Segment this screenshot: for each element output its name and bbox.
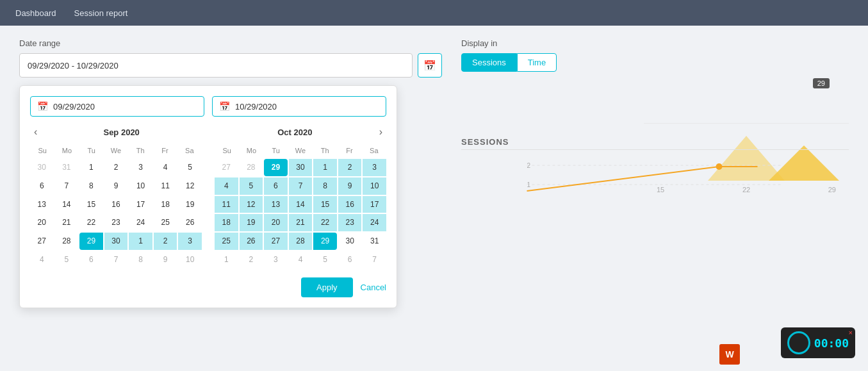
cal-day-range[interactable]: 9: [338, 177, 362, 195]
cal-day[interactable]: 17: [129, 196, 152, 213]
cal-day[interactable]: 27: [215, 159, 238, 176]
cal-day-range[interactable]: 19: [240, 214, 263, 231]
display-time-btn[interactable]: Time: [517, 53, 557, 72]
cal-day[interactable]: 8: [79, 177, 103, 195]
cal-day[interactable]: 26: [178, 214, 202, 231]
next-month-btn[interactable]: ›: [375, 126, 386, 138]
cal-day-range-end[interactable]: 29: [313, 233, 337, 250]
cal-day-range[interactable]: 2: [154, 233, 177, 250]
cal-day[interactable]: 31: [55, 159, 79, 176]
cal-day[interactable]: 4: [289, 251, 313, 268]
cal-day-range[interactable]: 10: [363, 177, 386, 195]
cal-day[interactable]: 24: [129, 214, 152, 231]
cal-day[interactable]: 23: [104, 214, 128, 231]
prev-month-btn[interactable]: ‹: [30, 126, 41, 138]
cal-day[interactable]: 20: [30, 214, 54, 231]
cal-day[interactable]: 6: [79, 251, 103, 268]
sep-day-names: Su Mo Tu We Th Fr Sa: [30, 145, 202, 156]
cal-day[interactable]: 19: [178, 196, 202, 213]
cal-day-range[interactable]: 8: [313, 177, 337, 195]
nav-session-report[interactable]: Session report: [72, 8, 131, 18]
cal-day-range[interactable]: 12: [240, 196, 263, 213]
cal-day-range[interactable]: 1: [129, 233, 152, 250]
cal-day[interactable]: 1: [215, 251, 238, 268]
cal-day-range[interactable]: 20: [264, 214, 288, 231]
cal-day[interactable]: 10: [178, 251, 202, 268]
cal-day[interactable]: 3: [264, 251, 288, 268]
cal-day[interactable]: 3: [129, 159, 152, 176]
cal-day[interactable]: 14: [55, 196, 79, 213]
cal-day-selected[interactable]: 29: [264, 159, 288, 176]
cal-day-range[interactable]: 7: [289, 177, 313, 195]
cal-day[interactable]: 1: [79, 159, 103, 176]
cal-day[interactable]: 6: [30, 177, 54, 195]
cal-day[interactable]: 7: [55, 177, 79, 195]
cal-day[interactable]: 27: [30, 233, 54, 250]
apply-button[interactable]: Apply: [301, 277, 353, 297]
cal-day[interactable]: 2: [240, 251, 263, 268]
cal-day[interactable]: 5: [55, 251, 79, 268]
cal-day[interactable]: 30: [338, 233, 362, 250]
cal-day[interactable]: 18: [154, 196, 177, 213]
cal-day-range[interactable]: 2: [338, 159, 362, 176]
cal-day-range[interactable]: 30: [104, 233, 128, 250]
cal-day[interactable]: 5: [178, 159, 202, 176]
cal-day[interactable]: 28: [55, 233, 79, 250]
cal-day[interactable]: 30: [30, 159, 54, 176]
cal-day-range[interactable]: 3: [363, 159, 386, 176]
cal-day[interactable]: 16: [104, 196, 128, 213]
cal-day[interactable]: 4: [154, 159, 177, 176]
cal-day[interactable]: 28: [240, 159, 263, 176]
cal-day[interactable]: 15: [79, 196, 103, 213]
date-range-input[interactable]: [19, 53, 413, 78]
cal-day[interactable]: 31: [363, 233, 386, 250]
cal-day[interactable]: 12: [178, 177, 202, 195]
cal-day-range[interactable]: 1: [313, 159, 337, 176]
cal-end-date-field[interactable]: 📅 10/29/2020: [212, 96, 386, 117]
cal-day-range[interactable]: 26: [240, 233, 263, 250]
cal-day[interactable]: 8: [129, 251, 152, 268]
cal-day[interactable]: 10: [129, 177, 152, 195]
cal-day[interactable]: 2: [104, 159, 128, 176]
cal-day[interactable]: 7: [104, 251, 128, 268]
cal-day-range[interactable]: 3: [178, 233, 202, 250]
cal-day-range[interactable]: 6: [264, 177, 288, 195]
display-sessions-btn[interactable]: Sessions: [461, 53, 517, 72]
cal-day[interactable]: 13: [30, 196, 54, 213]
cal-day[interactable]: 21: [55, 214, 79, 231]
cal-day-range[interactable]: 18: [215, 214, 238, 231]
sep-day-sa: Sa: [177, 145, 202, 156]
cal-day-range[interactable]: 4: [215, 177, 238, 195]
cal-day-range[interactable]: 25: [215, 233, 238, 250]
cal-day-range[interactable]: 15: [313, 196, 337, 213]
cal-day-range[interactable]: 28: [289, 233, 313, 250]
cal-day[interactable]: 4: [30, 251, 54, 268]
cal-day-range[interactable]: 21: [289, 214, 313, 231]
cal-day-range[interactable]: 16: [338, 196, 362, 213]
cal-day-range[interactable]: 17: [363, 196, 386, 213]
cal-day[interactable]: 22: [79, 214, 103, 231]
cal-day-range[interactable]: 13: [264, 196, 288, 213]
cal-day-range[interactable]: 24: [363, 214, 386, 231]
cal-day[interactable]: 25: [154, 214, 177, 231]
cal-day[interactable]: 9: [154, 251, 177, 268]
timer-close-btn[interactable]: ×: [849, 329, 853, 336]
cal-day-range[interactable]: 14: [289, 196, 313, 213]
calendar-icon-btn[interactable]: 📅: [418, 53, 442, 78]
cal-day[interactable]: 6: [338, 251, 362, 268]
nav-dashboard[interactable]: Dashboard: [13, 8, 59, 18]
cal-day-range[interactable]: 5: [240, 177, 263, 195]
cal-day-range[interactable]: 30: [289, 159, 313, 176]
cal-day-range[interactable]: 11: [215, 196, 238, 213]
cal-day[interactable]: 11: [154, 177, 177, 195]
cancel-button[interactable]: Cancel: [361, 283, 386, 292]
cal-day-range[interactable]: 27: [264, 233, 288, 250]
cal-day[interactable]: 5: [313, 251, 337, 268]
cal-start-date-field[interactable]: 📅 09/29/2020: [30, 96, 204, 117]
cal-day[interactable]: 7: [363, 251, 386, 268]
cal-day-range-start[interactable]: 29: [79, 233, 103, 250]
cal-day-range[interactable]: 23: [338, 214, 362, 231]
cal-day[interactable]: 9: [104, 177, 128, 195]
cal-day-range[interactable]: 22: [313, 214, 337, 231]
cal-start-icon: 📅: [37, 101, 48, 111]
